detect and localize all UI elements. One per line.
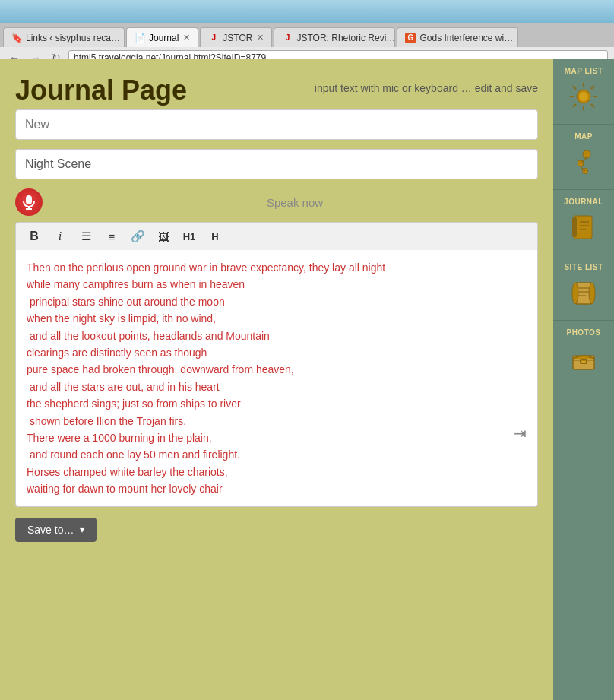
tab-gods-close[interactable]: ✕ [517,33,518,43]
editor-line: Horses champed white barley the chariots… [27,464,527,480]
map-dots-icon [570,148,597,176]
svg-line-11 [573,104,576,107]
tab-gods-icon: G [405,33,416,43]
mic-row: Speak now [15,188,538,216]
sun-icon [568,81,599,112]
image-button[interactable]: 🖼 [151,226,176,247]
link-button[interactable]: 🔗 [125,226,150,247]
microphone-icon [22,195,36,210]
content-area: Journal Page input text with mic or keyb… [0,59,553,700]
save-dropdown-arrow: ▾ [80,524,84,535]
sidebar-section-site-list: SITE LIST [553,255,614,321]
svg-line-10 [591,86,594,89]
tab-jstor-rhetoric[interactable]: J JSTOR: Rhetoric Revi… ✕ [274,27,395,47]
tab-links-icon: 🔖 [11,33,22,43]
site-list-label: SITE LIST [564,263,603,271]
sidebar-section-journal: JOURNAL [553,190,614,255]
ordered-list-button[interactable]: ≡ [100,226,124,247]
editor-line: while many campfires burn as when in hea… [27,276,527,293]
browser-chrome: 🔖 Links ‹ sisyphus reca… ✕ 📄 Journal ✕ J… [0,0,614,59]
editor-line: the shepherd sings; just so from ships t… [27,395,527,412]
main-layout: Journal Page input text with mic or keyb… [0,59,614,700]
h1-button[interactable]: H1 [177,226,201,247]
scroll-icon [569,278,598,307]
unordered-list-button[interactable]: ☰ [74,226,98,247]
editor-line: shown before Ilion the Trojan firs. [27,413,527,429]
tab-jstor-close[interactable]: ✕ [257,33,264,43]
sidebar-section-photos: PHOTOS [553,321,614,385]
editor-line: There were a 1000 burning in the plain, [27,429,527,446]
sidebar-section-map: MAP [553,125,614,190]
tab-jstor-rhetoric-icon: J [282,33,293,43]
editor-line: and round each one lay 50 men and fireli… [27,446,527,463]
speak-now-label: Speak now [52,196,538,209]
tab-journal-close[interactable]: ✕ [183,33,190,43]
svg-point-23 [589,283,595,304]
journal-label: JOURNAL [564,198,603,206]
map-button[interactable] [567,145,600,179]
editor-line: and all the lookout points, headlands an… [27,328,527,344]
journal-button[interactable] [567,211,600,244]
tab-links[interactable]: 🔖 Links ‹ sisyphus reca… ✕ [3,27,125,47]
tab-jstor-icon: J [208,33,219,43]
map-list-label: MAP LIST [565,67,603,75]
photos-label: PHOTOS [566,328,600,337]
editor-line: principal stars shine out around the moo… [27,293,527,310]
svg-point-22 [572,283,578,304]
page-subtitle: input text with mic or keyboard … edit a… [315,82,538,94]
photos-button[interactable] [567,341,600,375]
editor-line: pure space had broken through, downward … [27,361,527,378]
h-button[interactable]: H [203,226,227,247]
site-list-button[interactable] [567,276,600,309]
treasure-chest-icon [569,344,598,372]
tab-journal-icon: 📄 [135,33,145,43]
save-to-button[interactable]: Save to… ▾ [15,518,97,542]
svg-point-12 [579,92,588,101]
tab-bar: 🔖 Links ‹ sisyphus reca… ✕ 📄 Journal ✕ J… [0,23,614,47]
map-list-button[interactable] [567,80,600,113]
svg-rect-0 [26,195,32,204]
editor-line: Then on the perilous open ground war in … [27,259,527,276]
night-scene-field[interactable] [15,149,538,179]
journal-book-icon [569,213,598,242]
svg-line-9 [591,104,594,107]
editor-line: and all the stars are out, and in his he… [27,379,527,395]
editor-line: waiting for dawn to mount her lovely cha… [27,480,527,497]
right-sidebar: MAP LIST [553,59,614,700]
editor-line: when the night sky is limpid, ith no win… [27,310,527,327]
italic-button[interactable]: i [48,226,72,247]
browser-titlebar [0,0,614,23]
tab-jstor[interactable]: J JSTOR ✕ [200,27,272,47]
svg-line-8 [573,86,576,89]
svg-rect-17 [572,217,577,237]
editor-content[interactable]: Then on the perilous open ground war in … [15,250,538,507]
svg-point-13 [583,150,590,158]
editor-line: clearings are distinctly seen as though [27,344,527,361]
map-label: MAP [574,132,593,141]
sidebar-section-map-list: MAP LIST [553,59,614,125]
mic-button[interactable] [15,188,43,216]
tab-gods[interactable]: G Gods Interference wi… ✕ [397,27,518,47]
bold-button[interactable]: B [22,226,46,247]
editor-toolbar: B i ☰ ≡ 🔗 🖼 H1 H [15,222,538,250]
end-arrow-icon: ⇥ [514,421,527,445]
tab-journal[interactable]: 📄 Journal ✕ [126,27,198,47]
new-field[interactable] [15,109,538,140]
